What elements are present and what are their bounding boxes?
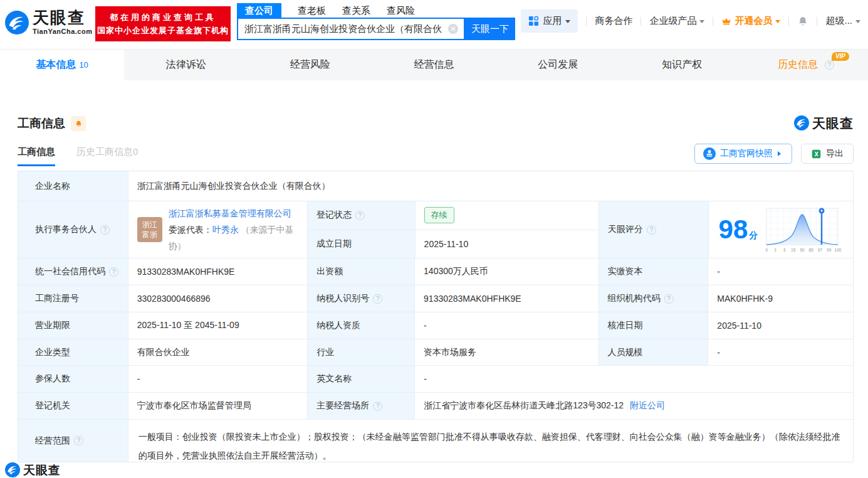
address-value: 浙江省宁波市奉化区岳林街道天峰北路123号302-12 附近公司 [414, 393, 853, 419]
footer-logo[interactable]: 天眼查 [5, 462, 61, 477]
staff-size-label: 人员规模 [599, 339, 708, 365]
apps-label: 应用 [543, 15, 562, 27]
capital-value: 140300万人民币 [414, 258, 599, 285]
help-icon[interactable]: ? [109, 267, 118, 277]
svg-text:100: 100 [835, 248, 842, 252]
table-row: 企业类型 有限合伙企业 行业 资本市场服务 人员规模 - [18, 339, 853, 365]
svg-text:1: 1 [775, 248, 777, 252]
tab-operation-risk[interactable]: 经营风险 [248, 50, 372, 80]
svg-text:0: 0 [765, 248, 768, 252]
insured-value: - [128, 366, 308, 392]
rep-name-link[interactable]: 叶秀永 [212, 225, 239, 235]
svg-text:50: 50 [800, 248, 805, 252]
notification-bell-icon[interactable] [797, 16, 808, 27]
svg-text:15: 15 [791, 248, 796, 252]
company-type-label: 企业类型 [18, 339, 128, 365]
action-buttons: 工商官网快照 导出 [694, 144, 854, 164]
help-icon[interactable]: ? [355, 211, 365, 220]
tab-basic-info[interactable]: 基本信息 10 [0, 50, 124, 80]
subtab-business-info[interactable]: 工商信息 [18, 146, 55, 166]
status-badge: 存续 [424, 207, 454, 223]
tianyan-score-cell[interactable]: 98分 [708, 201, 853, 258]
nav-open-vip[interactable]: 开通会员 [721, 15, 780, 27]
executive-partner-cell: 浙江 富浙 浙江富浙私募基金管理有限公司 委派代表：叶秀永 （来源于中基协） [128, 201, 307, 258]
search-input[interactable] [238, 19, 464, 39]
rep-label: 委派代表： [169, 225, 212, 235]
nav-account[interactable]: 超级... [825, 15, 860, 27]
svg-text:97: 97 [818, 248, 823, 252]
vip-badge: VIP [832, 52, 849, 61]
svg-text:3: 3 [783, 248, 786, 252]
section-title-row: 工商信息 [18, 115, 86, 132]
tab-legal[interactable]: 法律诉讼 [124, 50, 248, 80]
brand-name: 天眼查 [33, 9, 92, 26]
nearby-companies-link[interactable]: 附近公司 [630, 400, 665, 412]
watermark-logo: 天眼查 [794, 115, 854, 130]
divider [713, 17, 713, 26]
uscc-value: 91330283MAK0HFHK9E [128, 258, 308, 285]
logo-swirl-icon [5, 11, 29, 35]
chevron-down-icon [565, 20, 570, 26]
page: 天眼查 TianYanCha.com 都在用的商业查询工具 国家中小企业发展子基… [0, 0, 868, 478]
chevron-down-icon [699, 20, 704, 26]
vip-label: 开通会员 [735, 15, 772, 27]
tab-label: 经营信息 [414, 58, 454, 72]
subtab-history-business-info[interactable]: 历史工商信息0 [76, 146, 138, 166]
help-icon[interactable]: ? [664, 294, 674, 304]
chevron-down-icon [855, 20, 860, 26]
search-button[interactable]: 天眼一下 [465, 18, 515, 40]
stamp-icon [703, 147, 716, 160]
taxid-label: 纳税人识别号 ? [307, 285, 414, 312]
tab-intellectual-property[interactable]: 知识产权 [620, 50, 744, 80]
table-row: 参保人数 - 英文名称 - [18, 365, 853, 392]
logo-swirl-icon [794, 115, 809, 130]
insured-label: 参保人数 [18, 366, 128, 392]
help-icon[interactable]: ? [373, 401, 382, 411]
svg-text:85: 85 [809, 248, 814, 252]
help-icon[interactable]: ? [647, 225, 656, 235]
help-icon[interactable]: ? [825, 60, 834, 70]
established-date-value: 2025-11-10 [415, 230, 599, 258]
table-row: 执行事务合伙人 ? 浙江 富浙 浙江富浙私募基金管理有限公司 委派代表：叶秀永 … [18, 201, 853, 258]
monitor-bell-button[interactable] [71, 116, 86, 131]
clear-icon[interactable] [447, 23, 459, 35]
approved-value: 2025-11-10 [708, 312, 853, 339]
taxqual-label: 纳税人资质 [307, 312, 414, 339]
executive-partner-label: 执行事务合伙人 ? [18, 201, 128, 258]
help-icon[interactable]: ? [74, 436, 83, 445]
regno-label: 工商注册号 [18, 285, 128, 312]
tab-operation-info[interactable]: 经营信息 [372, 50, 496, 80]
export-button[interactable]: 导出 [801, 144, 854, 164]
capital-label: 出资额 [307, 258, 414, 285]
brand-name: 天眼查 [812, 117, 854, 130]
regno-value: 330283000466896 [128, 285, 308, 312]
label-text: 执行事务合伙人 [35, 224, 97, 235]
company-name-value: 浙江富浙甬元山海创业投资合伙企业（有限合伙） [128, 171, 853, 201]
tab-history-info[interactable]: VIP 历史信息 ? [744, 50, 868, 80]
svg-text:99: 99 [827, 248, 832, 252]
vip-crown-icon [721, 16, 731, 26]
tab-label: 公司发展 [538, 58, 578, 72]
tab-label: 基本信息 [36, 58, 76, 72]
help-icon[interactable]: ? [100, 225, 110, 235]
partner-company-link[interactable]: 浙江富浙私募基金管理有限公司 [169, 208, 291, 218]
tianyan-score-label: 天眼评分 ? [599, 201, 708, 258]
header-nav: 应用 商务合作 企业级产品 开通会员 [521, 15, 860, 27]
search-tab-risk[interactable]: 查风险 [387, 3, 415, 18]
table-row: 营业期限 2025-11-10 至 2045-11-09 纳税人资质 - 核准日… [18, 312, 853, 339]
table-row: 工商注册号 330283000466896 纳税人识别号 ? 91330283M… [18, 285, 853, 312]
help-icon[interactable]: ? [373, 294, 382, 304]
divider [788, 17, 789, 26]
term-label: 营业期限 [18, 312, 128, 339]
nav-cooperation[interactable]: 商务合作 [595, 15, 632, 27]
tianyancha-logo[interactable]: 天眼查 TianYanCha.com [5, 9, 92, 35]
search-tab-boss[interactable]: 查老板 [298, 3, 326, 18]
tab-company-development[interactable]: 公司发展 [496, 50, 620, 80]
apps-menu[interactable]: 应用 [521, 9, 578, 33]
business-scope-value: 一般项目：创业投资（限投资未上市企业）；股权投资；（未经金融等监管部门批准不得从… [128, 420, 853, 462]
nav-enterprise-products[interactable]: 企业级产品 [649, 15, 704, 27]
search-tab-relation[interactable]: 查关系 [342, 3, 370, 18]
status-date-column: 登记状态 ? 存续 成立日期 2025-11-10 [307, 201, 599, 258]
search-tab-company[interactable]: 查公司 [237, 3, 281, 18]
official-snapshot-button[interactable]: 工商官网快照 [694, 144, 792, 164]
